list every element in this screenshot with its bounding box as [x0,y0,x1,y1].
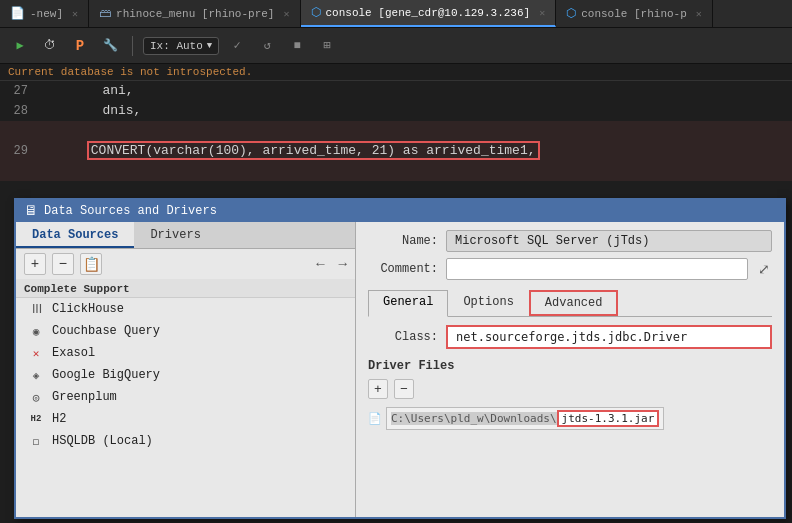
ix-select[interactable]: Ix: Auto ▼ [143,37,219,55]
tab-rhinoce[interactable]: 🗃 rhinoce_menu [rhino-pre] ✕ [89,0,300,27]
driver-hsqldb-icon: ◻ [28,433,44,449]
code-line-28: 28 dnis, [0,101,792,121]
driver-clickhouse-label: ClickHouse [52,302,124,316]
code-line-29: 29 CONVERT(varchar(100), arrived_time, 2… [0,121,792,181]
driver-couchbase-label: Couchbase Query [52,324,160,338]
files-toolbar: + − [368,379,772,399]
tab-console1[interactable]: ⬡ console [gene_cdr@10.129.3.236] ✕ [301,0,557,27]
nav-forward-button[interactable]: → [339,256,347,272]
play-button[interactable]: ▶ [8,34,32,58]
file-row: 📄 C:\Users\pld_w \Downloads\ jtds-1.3.1.… [368,407,772,430]
tab-console2-label: console [rhino-p [581,8,687,20]
code-line-27: 27 ani, [0,81,792,101]
tab-new[interactable]: 📄 -new] ✕ [0,0,89,27]
name-row: Name: Microsoft SQL Server (jTds) [368,230,772,252]
check-button[interactable]: ✓ [225,34,249,58]
dialog-title-icon: 🖥 [24,203,38,219]
add-button[interactable]: + [24,253,46,275]
tab-rhinoce-label: rhinoce_menu [rhino-pre] [116,8,274,20]
class-value[interactable]: net.sourceforge.jtds.jdbc.Driver [446,325,772,349]
driver-greenplum[interactable]: ◎ Greenplum [16,386,355,408]
tab-bar: 📄 -new] ✕ 🗃 rhinoce_menu [rhino-pre] ✕ ⬡… [0,0,792,28]
remove-button[interactable]: − [52,253,74,275]
tab-general[interactable]: General [368,290,448,317]
file-icon: 📄 [368,412,382,425]
toolbar: ▶ ⏱ P 🔧 Ix: Auto ▼ ✓ ↺ ■ ⊞ [0,28,792,64]
copy-button[interactable]: 📋 [80,253,102,275]
tab-console2[interactable]: ⬡ console [rhino-p ✕ [556,0,713,27]
file-path-part3: jtds-1.3.1.jar [557,410,660,427]
tab-new-icon: 📄 [10,6,25,21]
driver-exasol-icon: ✕ [28,345,44,361]
driver-list: ||| ClickHouse ◉ Couchbase Query ✕ Exaso… [16,298,355,517]
driver-bigquery-icon: ◈ [28,367,44,383]
driver-clickhouse-icon: ||| [28,301,44,317]
clock-button[interactable]: ⏱ [38,34,62,58]
data-sources-dialog: 🖥 Data Sources and Drivers Data Sources … [14,198,786,519]
ix-label: Ix: Auto [150,40,203,52]
line-content-28: dnis, [36,101,792,121]
driver-clickhouse[interactable]: ||| ClickHouse [16,298,355,320]
driver-bigquery[interactable]: ◈ Google BigQuery [16,364,355,386]
panel-tabs: Data Sources Drivers [16,222,355,249]
driver-couchbase[interactable]: ◉ Couchbase Query [16,320,355,342]
file-path-part1: C:\Users\pld_w [391,412,484,425]
status-text: Current database is not introspected. [8,66,252,78]
driver-couchbase-icon: ◉ [28,323,44,339]
file-path-part2: \Downloads\ [484,412,557,425]
comment-value[interactable] [446,258,748,280]
class-row: Class: net.sourceforge.jtds.jdbc.Driver [368,325,772,349]
code-highlight-box: CONVERT(varchar(100), arrived_time, 21) … [87,141,540,160]
status-bar: Current database is not introspected. [0,64,792,81]
line-content-27: ani, [36,81,792,101]
line-num-27: 27 [0,81,36,101]
comment-label: Comment: [368,262,438,276]
left-panel: Data Sources Drivers + − 📋 ← → Complete … [16,222,356,517]
class-label: Class: [368,330,438,344]
driver-hsqldb[interactable]: ◻ HSQLDB (Local) [16,430,355,452]
dialog-title-bar: 🖥 Data Sources and Drivers [16,200,784,222]
driver-bigquery-label: Google BigQuery [52,368,160,382]
name-label: Name: [368,234,438,248]
tab-data-sources[interactable]: Data Sources [16,222,134,248]
driver-greenplum-label: Greenplum [52,390,117,404]
files-add-button[interactable]: + [368,379,388,399]
driver-greenplum-icon: ◎ [28,389,44,405]
grid-button[interactable]: ⊞ [315,34,339,58]
tab-console2-icon: ⬡ [566,6,576,21]
tab-options[interactable]: Options [448,290,528,316]
driver-exasol[interactable]: ✕ Exasol [16,342,355,364]
tab-rhinoce-icon: 🗃 [99,6,111,21]
tab-drivers[interactable]: Drivers [134,222,216,248]
nav-back-button[interactable]: ← [316,256,324,272]
section-label: Complete Support [16,279,355,298]
p-button[interactable]: P [68,34,92,58]
tab-console1-icon: ⬡ [311,5,321,20]
driver-hsqldb-label: HSQLDB (Local) [52,434,153,448]
driver-h2[interactable]: H2 H2 [16,408,355,430]
tab-console1-label: console [gene_cdr@10.129.3.236] [326,7,531,19]
undo-button[interactable]: ↺ [255,34,279,58]
driver-h2-icon: H2 [28,411,44,427]
tab-new-close[interactable]: ✕ [72,8,78,20]
driver-files-label: Driver Files [368,359,772,373]
files-remove-button[interactable]: − [394,379,414,399]
tab-new-label: -new] [30,8,63,20]
driver-exasol-label: Exasol [52,346,95,360]
file-path[interactable]: C:\Users\pld_w \Downloads\ jtds-1.3.1.ja… [386,407,664,430]
panel-toolbar: + − 📋 ← → [16,249,355,279]
wrench-button[interactable]: 🔧 [98,34,122,58]
dialog-title-text: Data Sources and Drivers [44,204,217,218]
tab-advanced[interactable]: Advanced [529,290,619,316]
line-num-28: 28 [0,101,36,121]
tab-console1-close[interactable]: ✕ [539,7,545,19]
name-value: Microsoft SQL Server (jTds) [446,230,772,252]
right-tabs: General Options Advanced [368,290,772,317]
tab-rhinoce-close[interactable]: ✕ [283,8,289,20]
tab-console2-close[interactable]: ✕ [696,8,702,20]
stop-button[interactable]: ■ [285,34,309,58]
expand-button[interactable]: ⤢ [756,259,772,280]
line-content-29[interactable]: CONVERT(varchar(100), arrived_time, 21) … [36,121,792,181]
toolbar-separator [132,36,133,56]
line-num-29: 29 [0,141,36,161]
